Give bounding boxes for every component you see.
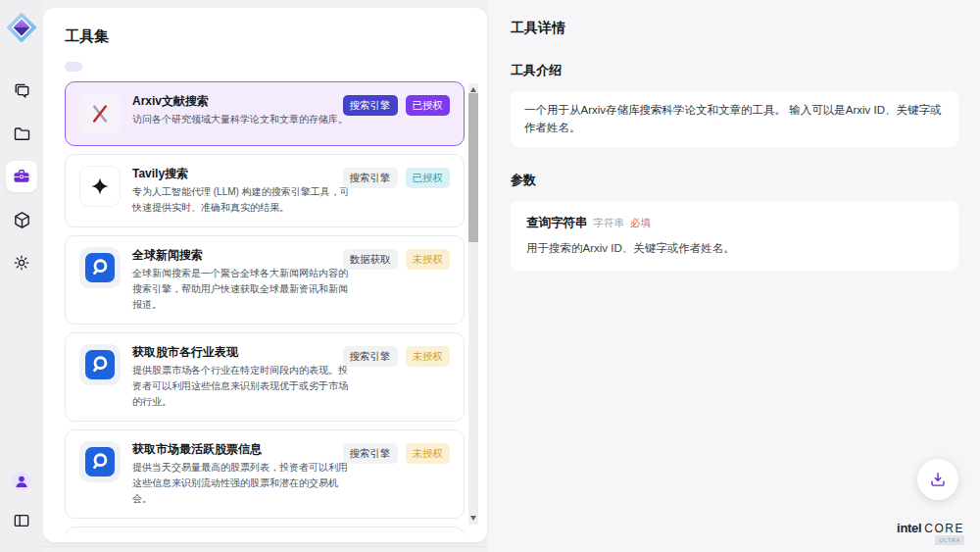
tool-card[interactable]: 全球新闻搜索 全球新闻搜索是一个聚合全球各大新闻网站内容的搜索引擎，帮助用户快速… [65,235,465,325]
scrollbar-thumb[interactable] [468,93,478,242]
tool-description: 访问各个研究领域大量科学论文和文章的存储库。 [132,112,348,127]
sidebar-item[interactable] [6,247,37,278]
tool-detail-panel: 工具详情 工具介绍 一个用于从Arxiv存储库搜索科学论文和文章的工具。 输入可… [487,0,980,552]
settings-icon [12,253,31,273]
core-wordmark: core [924,522,964,535]
panel-toggle-icon [12,511,31,530]
avatar-icon [11,471,32,492]
tool-badges: 数据获取 未授权 [343,249,451,270]
tool-card[interactable]: Tavily搜索 专为人工智能代理 (LLM) 构建的搜索引擎工具，可快速提供实… [65,154,465,227]
tool-name: 获取市场最活跃股票信息 [132,441,350,457]
category-badge: 搜索引擎 [343,443,398,464]
tool-name: Arxiv文献搜索 [132,93,348,109]
category-badge: 搜索引擎 [343,168,398,188]
tool-description: 提供股票市场各个行业在特定时间段内的表现。投资者可以利用这些信息来识别表现优于或… [132,363,350,410]
intro-heading: 工具介绍 [511,62,958,79]
chat-icon [12,80,32,101]
arxiv-icon [79,93,121,134]
tool-body: 获取市场最活跃股票信息 提供当天交易量最高的股票列表，投资者可以利用这些信息来识… [132,441,350,507]
intro-box: 一个用于从Arxiv存储库搜索科学论文和文章的工具。 输入可以是Arxiv ID… [511,91,958,147]
scroll-down-arrow-icon[interactable] [470,516,476,521]
auth-status-badge: 未授权 [406,249,451,270]
tool-card[interactable]: 获取股市各行业表现 提供股票市场各个行业在特定时间段内的表现。投资者可以利用这些… [65,332,465,422]
sidebar-item[interactable] [6,118,37,149]
tool-body: 获取股市各行业表现 提供股票市场各个行业在特定时间段内的表现。投资者可以利用这些… [132,344,350,410]
download-icon [928,470,948,489]
intel-core-logo: intelcore ultra [897,519,964,536]
category-tab[interactable] [91,62,109,72]
intro-text: 一个用于从Arxiv存储库搜索科学论文和文章的工具。 输入可以是Arxiv ID… [524,101,945,137]
sidebar-item[interactable] [6,75,37,106]
tool-badges: 搜索引擎 已授权 [343,168,451,188]
detail-title: 工具详情 [511,20,958,37]
sidebar-nav [6,75,37,278]
auth-status-badge: 未授权 [406,346,451,367]
download-button[interactable] [917,459,958,500]
category-tab[interactable] [144,62,162,72]
tool-name: 获取股市各行业表现 [132,344,350,360]
sidebar-bottom-item[interactable] [6,466,37,497]
param-type: 字符串 [594,217,625,230]
app-logo-icon [4,10,39,45]
newsq-icon [79,247,121,288]
newsq-icon [79,344,121,385]
scrollbar-track[interactable] [468,83,478,525]
parameter-header: 查询字符串 字符串 必填 [526,215,943,231]
tool-card[interactable]: 获取市场最活跃股票信息 提供当天交易量最高的股票列表，投资者可以利用这些信息来识… [65,429,465,519]
ultra-badge: ultra [935,535,964,545]
sidebar-bottom [6,466,37,536]
params-box: 查询字符串 字符串 必填 用于搜索的Arxiv ID、关键字或作者姓名。 [511,201,958,271]
sidebar-item[interactable] [6,161,37,192]
param-required-badge: 必填 [630,217,651,230]
cube-icon [12,210,32,230]
param-name: 查询字符串 [526,215,588,231]
sparkle-icon [79,166,121,207]
tool-name: Tavily搜索 [132,166,350,181]
category-badge: 搜索引擎 [343,346,398,367]
param-description: 用于搜索的Arxiv ID、关键字或作者姓名。 [526,240,943,257]
category-tabs [65,62,487,72]
intel-wordmark: intel [897,521,921,535]
tool-card[interactable]: Arxiv文献搜索 访问各个研究领域大量科学论文和文章的存储库。 搜索引擎 已授… [65,81,465,146]
tool-description: 专为人工智能代理 (LLM) 构建的搜索引擎工具，可快速提供实时、准确和真实的结… [132,184,350,216]
sidebar-item[interactable] [6,204,37,235]
sidebar-bottom-item[interactable] [6,505,37,536]
parameter-item: 查询字符串 字符串 必填 用于搜索的Arxiv ID、关键字或作者姓名。 [526,215,943,257]
tool-body: Arxiv文献搜索 访问各个研究领域大量科学论文和文章的存储库。 [132,93,348,134]
category-tab[interactable] [118,62,135,72]
category-badge: 数据获取 [343,249,398,270]
scroll-up-arrow-icon[interactable] [470,87,476,92]
auth-status-badge: 未授权 [406,443,451,464]
params-heading: 参数 [511,172,958,189]
sidebar [0,0,43,552]
auth-status-badge: 已授权 [406,168,451,188]
tool-list: Arxiv文献搜索 访问各个研究领域大量科学论文和文章的存储库。 搜索引擎 已授… [65,81,465,534]
category-tab[interactable] [65,62,82,72]
toolset-panel: 工具集 Arxiv文献搜索 访问各个研究领域大量科学论文和文章的存储库。 搜索引… [43,8,487,542]
folder-icon [12,124,32,144]
tool-badges: 搜索引擎 已授权 [343,95,451,116]
toolbox-icon [12,167,31,186]
tool-description: 全球新闻搜索是一个聚合全球各大新闻网站内容的搜索引擎，帮助用户快速获取全球最新资… [132,266,350,313]
category-badge: 搜索引擎 [343,95,398,116]
tool-body: 全球新闻搜索 全球新闻搜索是一个聚合全球各大新闻网站内容的搜索引擎，帮助用户快速… [132,247,350,313]
tool-body: Tavily搜索 专为人工智能代理 (LLM) 构建的搜索引擎工具，可快速提供实… [132,166,350,216]
page-title: 工具集 [65,27,487,46]
newsq-icon [79,441,121,482]
tool-badges: 搜索引擎 未授权 [343,346,451,367]
tool-badges: 搜索引擎 未授权 [343,443,451,464]
tool-card[interactable]: 万维地区新闻查询 查询具体行政区划内的新闻，快速了解各地新闻动 搜索引擎 未授权 [65,527,465,534]
app-window: 工具集 Arxiv文献搜索 访问各个研究领域大量科学论文和文章的存储库。 搜索引… [0,0,980,552]
tool-description: 提供当天交易量最高的股票列表，投资者可以利用这些信息来识别流动性强的股票和潜在的… [132,460,350,507]
auth-status-badge: 已授权 [406,95,451,116]
tool-name: 全球新闻搜索 [132,247,350,263]
